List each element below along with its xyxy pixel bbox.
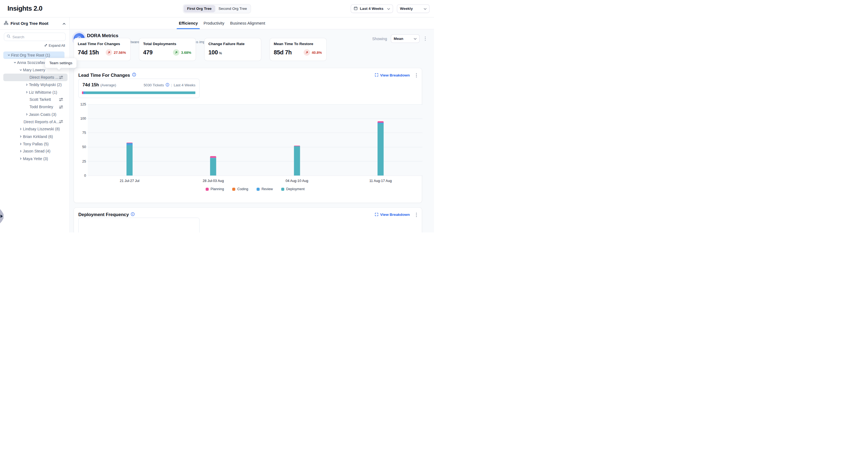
info-icon[interactable] — [132, 73, 136, 78]
team-settings-icon[interactable] — [59, 75, 63, 80]
deployment-frequency-menu-button[interactable] — [414, 212, 419, 218]
tree-item-liz-whittome[interactable]: Liz Whittome(1) — [3, 89, 67, 96]
chevron-right-icon[interactable] — [19, 142, 23, 145]
search-icon — [6, 34, 10, 39]
view-breakdown-label: View Breakdown — [380, 73, 410, 77]
chevron-right-icon[interactable] — [19, 128, 23, 130]
team-settings-tooltip: Team settings — [45, 58, 77, 68]
chevron-right-icon[interactable] — [19, 135, 23, 138]
tree-item-count: (5) — [44, 142, 49, 146]
tree-item-label: Teddy Wylupski — [29, 83, 56, 87]
y-tick-label: 0 — [75, 174, 86, 177]
tab-productivity[interactable]: Productivity — [204, 18, 224, 29]
tree-item-direct-reports-of-a[interactable]: Direct Reports of A... — [3, 118, 67, 125]
trend-up-arrow-icon — [173, 49, 180, 56]
toggle-first-org-tree[interactable]: First Org Tree — [184, 5, 215, 12]
lead-time-menu-button[interactable] — [414, 72, 419, 79]
tree-item-count: (3) — [52, 112, 56, 116]
chevron-right-icon[interactable] — [25, 91, 29, 93]
summary-qualifier: (Average) — [100, 83, 116, 87]
lead-time-panel: Lead Time For Changes — [74, 68, 422, 203]
info-icon[interactable] — [165, 83, 169, 87]
metric-card-title: Lead Time For Changes — [78, 42, 126, 46]
chevron-down-icon[interactable] — [19, 69, 23, 71]
sidebar-header-label: First Org Tree Root — [11, 21, 60, 26]
tree-item-label: Maya Yette — [23, 157, 42, 161]
deployment-frequency-panel: Deployment Frequency — [74, 207, 422, 232]
toggle-second-org-tree[interactable]: Second Org Tree — [215, 5, 250, 12]
showing-label: Showing — [372, 36, 387, 41]
metric-card-change-failure-rate: Change Failure Rate100% — [204, 38, 261, 61]
bar-04-aug-10-aug — [294, 146, 300, 176]
main-content: Efficiency Productivity Business Alignme… — [70, 18, 434, 232]
metric-card-title: Change Failure Rate — [208, 42, 257, 46]
legend-item-review[interactable]: Review — [256, 187, 273, 191]
bar-segment-deployment — [126, 145, 132, 176]
legend-label: Review — [261, 187, 273, 191]
tree-item-scott-tarkett[interactable]: Scott Tarkett — [3, 96, 67, 103]
tree-item-count: (1) — [53, 90, 57, 94]
tooltip-text: Team settings — [49, 61, 72, 65]
legend-item-planning[interactable]: Planning — [206, 187, 224, 191]
gridline-y-100 — [88, 119, 422, 119]
tree-item-label: Mary Lowery — [23, 68, 45, 72]
period-select[interactable]: Last 4 Weeks — [351, 4, 393, 13]
info-icon[interactable] — [131, 212, 135, 217]
view-tabs: Efficiency Productivity Business Alignme… — [179, 18, 265, 29]
caret-right-icon — [1, 214, 3, 218]
tree-item-label: Direct Reports of A... — [24, 119, 59, 124]
gridline-y-25 — [88, 161, 422, 161]
tree-item-todd-bromley[interactable]: Todd Bromley — [3, 103, 67, 111]
granularity-select[interactable]: Weekly — [397, 4, 430, 13]
chevron-right-icon[interactable] — [19, 157, 23, 160]
tree-item-jason-coats[interactable]: Jason Coats(3) — [3, 111, 67, 118]
metric-card-value-row: 74d 15h27.56% — [78, 49, 126, 56]
deployment-frequency-title: Deployment Frequency — [79, 212, 129, 217]
trend-value: 3.68% — [181, 50, 191, 54]
tree-item-direct-reports[interactable]: Direct Reports ... — [3, 74, 67, 81]
expand-corners-icon — [375, 73, 378, 77]
legend-item-coding[interactable]: Coding — [232, 187, 248, 191]
team-settings-icon[interactable] — [59, 120, 63, 125]
bar-segment-deployment — [210, 158, 216, 176]
team-settings-icon[interactable] — [59, 105, 63, 110]
chevron-up-icon[interactable] — [63, 21, 66, 26]
showing-select[interactable]: Mean — [391, 34, 419, 43]
summary-bar-segment-deployment — [86, 91, 195, 94]
legend-item-deployment[interactable]: Deployment — [281, 187, 305, 191]
tree-item-jason-stead[interactable]: Jason Stead(4) — [3, 148, 67, 155]
lead-time-header: Lead Time For Changes — [74, 68, 422, 79]
search-input[interactable] — [12, 35, 63, 39]
lead-time-view-breakdown-link[interactable]: View Breakdown — [375, 73, 410, 77]
tree-item-tony-pallas[interactable]: Tony Pallas(5) — [3, 140, 67, 148]
sidebar-header[interactable]: First Org Tree Root — [0, 18, 69, 30]
tree-item-count: (6) — [48, 134, 53, 138]
trend-up-arrow-icon — [304, 49, 310, 56]
tree-item-lindsay-liszewski[interactable]: Lindsay Liszewski(8) — [3, 125, 67, 133]
tree-item-maya-yette[interactable]: Maya Yette(3) — [3, 155, 67, 162]
org-tree-icon — [4, 21, 8, 26]
chevron-right-icon[interactable] — [25, 113, 29, 116]
tree-item-teddy-wylupski[interactable]: Teddy Wylupski(2) — [3, 81, 67, 89]
tree-item-label: Brian Kirkland — [23, 134, 47, 138]
team-settings-icon[interactable] — [59, 97, 63, 102]
metric-card-value: 74d 15h — [78, 49, 99, 56]
tree-item-label: Liz Whittome — [29, 90, 51, 94]
deployment-frequency-view-breakdown-link[interactable]: View Breakdown — [375, 213, 410, 217]
dora-menu-button[interactable] — [423, 35, 428, 42]
summary-stacked-bar — [82, 91, 195, 94]
view-breakdown-label: View Breakdown — [380, 213, 410, 217]
expand-all-button[interactable]: Expand All — [44, 44, 65, 48]
org-tree-sidebar: First Org Tree Root Expand All — [0, 18, 70, 232]
chevron-right-icon[interactable] — [19, 150, 23, 153]
chevron-down-icon[interactable] — [12, 61, 17, 64]
tab-efficiency[interactable]: Efficiency — [179, 18, 198, 29]
gridline-y-50 — [88, 147, 422, 147]
metric-card-total-deployments: Total Deployments4793.68% — [139, 38, 196, 61]
chevron-right-icon[interactable] — [25, 83, 29, 86]
deployment-frequency-summary-card — [79, 218, 200, 232]
chevron-down-icon[interactable] — [6, 54, 11, 57]
legend-label: Planning — [211, 187, 224, 191]
tab-business-alignment[interactable]: Business Alignment — [230, 18, 265, 29]
tree-item-brian-kirkland[interactable]: Brian Kirkland(6) — [3, 133, 67, 140]
